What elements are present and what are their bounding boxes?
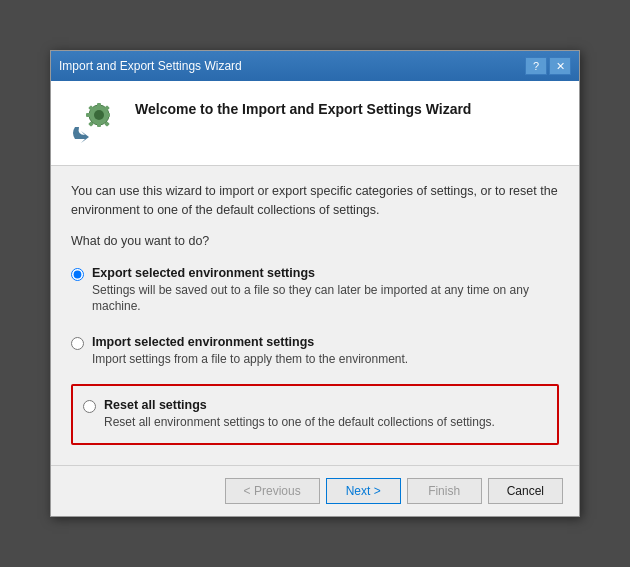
dialog-footer: < Previous Next > Finish Cancel [51,465,579,516]
header-title-text: Welcome to the Import and Export Setting… [135,97,471,117]
svg-rect-2 [97,103,101,108]
help-button[interactable]: ? [525,57,547,75]
title-bar: Import and Export Settings Wizard ? ✕ [51,51,579,81]
import-option[interactable]: Import selected environment settings Imp… [71,331,559,372]
export-option[interactable]: Export selected environment settings Set… [71,262,559,320]
import-content: Import selected environment settings Imp… [92,335,408,368]
wizard-icon [67,97,119,149]
close-button[interactable]: ✕ [549,57,571,75]
reset-content: Reset all settings Reset all environment… [104,398,495,431]
export-desc: Settings will be saved out to a file so … [92,282,559,316]
description-text: You can use this wizard to import or exp… [71,182,559,220]
svg-rect-3 [97,122,101,127]
import-radio[interactable] [71,337,84,350]
previous-button[interactable]: < Previous [225,478,320,504]
finish-button[interactable]: Finish [407,478,482,504]
svg-point-1 [94,110,104,120]
title-bar-text: Import and Export Settings Wizard [59,59,242,73]
svg-rect-5 [105,113,110,117]
import-desc: Import settings from a file to apply the… [92,351,408,368]
export-content: Export selected environment settings Set… [92,266,559,316]
dialog-body: You can use this wizard to import or exp… [51,166,579,465]
cancel-button[interactable]: Cancel [488,478,563,504]
export-title: Export selected environment settings [92,266,559,280]
title-bar-buttons: ? ✕ [525,57,571,75]
question-text: What do you want to do? [71,234,559,248]
reset-option-wrapper: Reset all settings Reset all environment… [71,384,559,445]
svg-rect-4 [86,113,91,117]
import-title: Import selected environment settings [92,335,408,349]
reset-title: Reset all settings [104,398,495,412]
main-dialog: Import and Export Settings Wizard ? ✕ [50,50,580,517]
next-button[interactable]: Next > [326,478,401,504]
reset-option[interactable]: Reset all settings Reset all environment… [83,394,547,435]
dialog-header: Welcome to the Import and Export Setting… [51,81,579,166]
reset-radio[interactable] [83,400,96,413]
export-radio[interactable] [71,268,84,281]
reset-desc: Reset all environment settings to one of… [104,414,495,431]
